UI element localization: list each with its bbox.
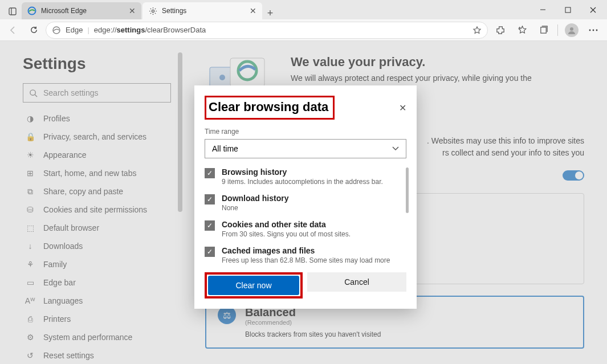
edge-icon	[27, 6, 36, 15]
clear-option-label: Browsing history	[222, 167, 383, 177]
sidebar-item-label: Share, copy and paste	[43, 187, 123, 196]
tracking-toggle[interactable]	[563, 170, 584, 181]
sidebar-item[interactable]: ⚙System and performance	[23, 328, 169, 346]
chevron-down-icon	[392, 146, 399, 151]
close-icon[interactable]: ✕	[250, 6, 256, 15]
checkbox-checked-icon[interactable]: ✓	[205, 247, 215, 257]
profile-button[interactable]	[563, 22, 581, 39]
clear-browsing-data-dialog: Clear browsing data ✕ Time range All tim…	[194, 85, 417, 309]
sidebar-item[interactable]: ▭Edge bar	[23, 273, 169, 292]
clear-option-desc: None	[222, 204, 288, 212]
sidebar-item-label: System and performance	[43, 333, 132, 342]
edge-identity-icon	[52, 26, 61, 35]
refresh-button[interactable]	[25, 22, 42, 39]
svg-point-3	[152, 10, 154, 12]
sidebar-item-icon: ◑	[25, 114, 35, 123]
sidebar-item-icon: ⎙	[25, 314, 35, 324]
settings-heading: Settings	[23, 55, 169, 73]
collections-button[interactable]	[535, 22, 553, 39]
clear-option-desc: 9 items. Includes autocompletions in the…	[222, 178, 383, 186]
address-bar: Edge | edge://settings/clearBrowserData	[0, 19, 607, 41]
maximize-button[interactable]	[556, 1, 580, 18]
clear-option-label: Download history	[222, 194, 288, 203]
time-range-value: All time	[212, 144, 238, 153]
tab-edge[interactable]: Microsoft Edge ✕	[22, 2, 141, 19]
search-input[interactable]: Search settings	[23, 83, 171, 103]
close-window-button[interactable]	[581, 1, 605, 18]
sidebar-item-icon: ⊞	[25, 169, 35, 178]
sidebar-item-icon: ⬚	[25, 223, 35, 232]
tab-actions-button[interactable]	[3, 3, 22, 19]
clear-option-row[interactable]: ✓ Cookies and other site data From 30 si…	[205, 220, 406, 238]
window-titlebar: Microsoft Edge ✕ Settings ✕ +	[0, 0, 607, 19]
sidebar-item-icon: ⧉	[25, 187, 35, 197]
privacy-title: We value your privacy.	[291, 55, 532, 69]
sidebar-item[interactable]: ☀Appearance	[23, 146, 169, 164]
sidebar-item[interactable]: ◑Profiles	[23, 109, 169, 128]
sidebar-item[interactable]: AᵂLanguages	[23, 292, 169, 310]
tab-settings[interactable]: Settings ✕	[142, 2, 262, 19]
clear-now-button[interactable]: Clear now	[208, 276, 299, 295]
svg-rect-0	[9, 8, 16, 15]
sidebar-item-label: Family	[43, 260, 67, 269]
tab-title: Microsoft Edge	[41, 7, 87, 15]
svg-point-15	[596, 29, 598, 31]
close-icon[interactable]: ✕	[129, 6, 136, 15]
tab-title: Settings	[162, 7, 186, 15]
extensions-button[interactable]	[491, 22, 510, 39]
checkbox-checked-icon[interactable]: ✓	[205, 168, 215, 178]
sidebar-item[interactable]: ↺Reset settings	[23, 346, 169, 364]
url-input[interactable]: Edge | edge://settings/clearBrowserData	[46, 22, 488, 39]
svg-point-16	[30, 89, 35, 95]
sidebar-item[interactable]: ⬚Default browser	[23, 219, 169, 237]
sidebar-item[interactable]: ⛁Cookies and site permissions	[23, 201, 169, 219]
sidebar-item-label: Default browser	[43, 223, 99, 232]
more-button[interactable]	[584, 22, 602, 39]
cancel-button[interactable]: Cancel	[307, 272, 406, 292]
clear-now-highlight: Clear now	[205, 272, 303, 298]
sidebar-item-label: Edge bar	[43, 278, 76, 287]
clear-option-label: Cached images and files	[222, 246, 390, 255]
clear-option-label: Cookies and other site data	[222, 220, 351, 229]
sidebar-item[interactable]: ↓Downloads	[23, 237, 169, 255]
sidebar-item[interactable]: 🔒Privacy, search, and services	[23, 128, 169, 146]
dialog-scrollbar[interactable]	[406, 167, 409, 213]
time-range-select[interactable]: All time	[205, 139, 406, 158]
clear-option-desc: From 30 sites. Signs you out of most sit…	[222, 230, 351, 238]
svg-line-17	[35, 95, 37, 97]
checkbox-checked-icon[interactable]: ✓	[205, 194, 215, 205]
sidebar-scrollbar[interactable]	[178, 52, 182, 212]
clear-option-row[interactable]: ✓ Browsing history 9 items. Includes aut…	[205, 167, 406, 186]
sidebar-item[interactable]: ⧉Share, copy and paste	[23, 182, 169, 201]
sidebar-item-icon: 🔒	[25, 132, 35, 141]
svg-point-19	[219, 75, 225, 80]
settings-sidebar: Settings Search settings ◑Profiles🔒Priva…	[0, 41, 182, 364]
sidebar-item[interactable]: ⚘Family	[23, 255, 169, 273]
sidebar-item-label: Downloads	[43, 242, 83, 251]
balanced-sub: (Recommended)	[245, 319, 381, 326]
back-button[interactable]	[5, 22, 22, 39]
balanced-bullet: Blocks trackers from sites you haven't v…	[245, 330, 381, 338]
sidebar-item[interactable]: ⊞Start, home, and new tabs	[23, 164, 169, 182]
clear-option-desc: Frees up less than 62.8 MB. Some sites m…	[222, 256, 390, 264]
clear-option-row[interactable]: ✓ Download history None	[205, 194, 406, 212]
sidebar-item-label: Profiles	[43, 114, 70, 123]
sidebar-item[interactable]: ⎙Printers	[23, 310, 169, 328]
time-range-label: Time range	[205, 128, 406, 136]
avatar-icon	[565, 23, 579, 37]
sidebar-item-icon: ↓	[25, 242, 35, 251]
svg-point-14	[593, 29, 594, 31]
dialog-close-button[interactable]: ✕	[399, 103, 406, 113]
new-tab-button[interactable]: +	[262, 7, 278, 19]
favorites-button[interactable]	[513, 22, 531, 39]
minimize-button[interactable]	[531, 1, 555, 18]
checkbox-checked-icon[interactable]: ✓	[205, 220, 215, 231]
sidebar-item-icon: ⚘	[25, 260, 35, 269]
svg-rect-5	[565, 7, 571, 13]
sidebar-item-label: Reset settings	[43, 351, 94, 360]
search-placeholder: Search settings	[43, 88, 99, 97]
clear-option-row[interactable]: ✓ Cached images and files Frees up less …	[205, 246, 406, 264]
sidebar-item-icon: Aᵂ	[25, 296, 35, 305]
favorite-star-icon[interactable]	[472, 26, 482, 35]
url-text: edge://settings/clearBrowserData	[94, 26, 468, 34]
